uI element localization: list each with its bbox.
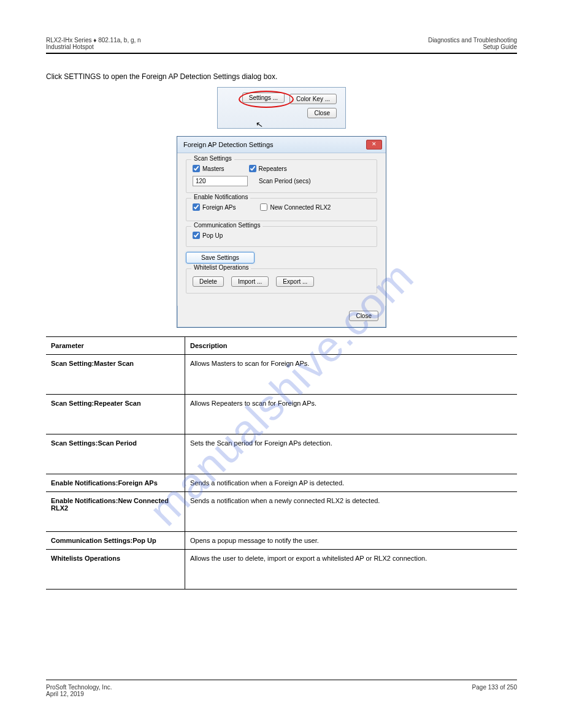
header-left: RLX2-IHx Series ♦ 802.11a, b, g, n Indus… [46,37,141,50]
footer-date: April 12, 2019 [46,691,112,697]
dialog-close-button[interactable]: Close [349,311,378,321]
settings-button-wrapper: Settings ... [242,94,285,104]
dialog-titlebar: Foreign AP Detection Settings ✕ [177,137,386,153]
table-row: Whitelists Operations Allows the user to… [46,550,517,590]
table-row: Scan Setting:Master Scan Allows Masters … [46,355,517,395]
enable-notifications-group: Enable Notifications Foreign APs New Con… [186,198,377,221]
enable-row: Foreign APs New Connected RLX2 [193,203,370,211]
settings-button[interactable]: Settings ... [242,93,285,103]
header-description: Description [185,337,518,355]
import-button[interactable]: Import ... [231,276,269,287]
header-left-bottom: Industrial Hotspot [46,44,141,50]
page: RLX2-IHx Series ♦ 802.11a, b, g, n Indus… [0,0,563,728]
cell-param: Scan Setting:Repeater Scan [46,395,185,434]
masters-label: Masters [202,165,224,172]
popup-label: Pop Up [202,232,223,239]
table-body: Scan Setting:Master Scan Allows Masters … [46,355,517,590]
table-row: Enable Notifications:Foreign APs Sends a… [46,474,517,492]
toolbar-screenshot: Settings ... Color Key ... Close ↖ [46,87,517,129]
export-button[interactable]: Export ... [276,276,314,287]
toolbar-row-2: Close [226,108,337,118]
whitelist-legend: Whitelist Operations [191,264,251,271]
foreign-aps-checkbox[interactable]: Foreign APs [193,203,236,211]
scan-period-row: Scan Period (secs) [193,176,370,186]
enable-legend: Enable Notifications [191,194,250,200]
dialog-title: Foreign AP Detection Settings [183,141,274,148]
communication-settings-group: Communication Settings Pop Up [186,226,377,247]
header-right-top: Diagnostics and Troubleshooting [428,37,517,44]
settings-dialog: Foreign AP Detection Settings ✕ Scan Set… [177,136,386,328]
cell-desc: Allows the user to delete, import or exp… [185,550,518,590]
repeaters-label: Repeaters [259,165,287,172]
toolbar-panel: Settings ... Color Key ... Close ↖ [217,87,346,129]
repeaters-checkbox-input[interactable] [249,165,256,172]
foreign-aps-input[interactable] [193,203,200,211]
scan-settings-group: Scan Settings Masters Repeaters [186,159,377,193]
table-header-row: Parameter Description [46,337,517,355]
cell-param: Scan Settings:Scan Period [46,434,185,474]
page-footer: ProSoft Technology, Inc. April 12, 2019 … [46,680,517,697]
cell-desc: Sends a notification when a newly connec… [185,492,518,532]
cell-param: Whitelists Operations [46,550,185,590]
header-parameter: Parameter [46,337,185,355]
scan-checkbox-row: Masters Repeaters [193,165,370,172]
delete-button[interactable]: Delete [193,276,224,287]
header-rule [46,53,517,54]
dialog-screenshot: Foreign AP Detection Settings ✕ Scan Set… [46,136,517,328]
cell-desc: Allows Repeaters to scan for Foreign APs… [185,395,518,434]
scan-period-input[interactable] [193,176,248,186]
cell-param: Scan Setting:Master Scan [46,355,185,395]
footer-company: ProSoft Technology, Inc. [46,684,112,691]
dialog-footer: Close [177,306,386,327]
save-settings-button[interactable]: Save Settings [186,252,255,264]
footer-left: ProSoft Technology, Inc. April 12, 2019 [46,684,112,697]
masters-checkbox[interactable]: Masters [193,165,224,172]
table-row: Scan Setting:Repeater Scan Allows Repeat… [46,395,517,434]
header-right: Diagnostics and Troubleshooting Setup Gu… [428,37,517,50]
footer-page: Page 133 of 250 [472,684,517,697]
cell-desc: Opens a popup message to notify the user… [185,532,518,550]
parameter-table: Parameter Description Scan Setting:Maste… [46,336,517,590]
dialog-body: Scan Settings Masters Repeaters [177,153,386,306]
whitelist-group: Whitelist Operations Delete Import ... E… [186,268,377,294]
page-header: RLX2-IHx Series ♦ 802.11a, b, g, n Indus… [46,37,517,50]
table-row: Scan Settings:Scan Period Sets the Scan … [46,434,517,474]
header-right-bottom: Setup Guide [428,44,517,50]
cursor-icon: ↖ [255,119,264,130]
toolbar-close-button[interactable]: Close [307,108,337,118]
cell-param: Enable Notifications:Foreign APs [46,474,185,492]
scan-settings-legend: Scan Settings [191,155,234,162]
cell-desc: Sends a notification when a Foreign AP i… [185,474,518,492]
scan-period-label: Scan Period (secs) [259,178,310,184]
cell-desc: Sets the Scan period for Foreign APs det… [185,434,518,474]
cell-desc: Allows Masters to scan for Foreign APs. [185,355,518,395]
masters-checkbox-input[interactable] [193,165,200,172]
header-left-top: RLX2-IHx Series ♦ 802.11a, b, g, n [46,37,141,44]
dialog-close-icon[interactable]: ✕ [366,140,382,150]
foreign-aps-label: Foreign APs [202,204,236,211]
popup-checkbox[interactable]: Pop Up [193,232,223,239]
table-row: Enable Notifications:New Connected RLX2 … [46,492,517,532]
repeaters-checkbox[interactable]: Repeaters [249,165,287,172]
new-rlx2-input[interactable] [260,203,267,211]
cell-param: Communication Settings:Pop Up [46,532,185,550]
whitelist-buttons: Delete Import ... Export ... [193,276,370,287]
comm-legend: Communication Settings [191,222,262,229]
new-rlx2-label: New Connected RLX2 [270,204,331,211]
popup-input[interactable] [193,232,200,239]
toolbar-row-1: Settings ... Color Key ... [226,94,337,104]
cell-param: Enable Notifications:New Connected RLX2 [46,492,185,532]
colorkey-button[interactable]: Color Key ... [289,94,337,104]
table-row: Communication Settings:Pop Up Opens a po… [46,532,517,550]
intro-text: Click SETTINGS to open the Foreign AP De… [46,72,517,81]
new-rlx2-checkbox[interactable]: New Connected RLX2 [260,203,331,211]
